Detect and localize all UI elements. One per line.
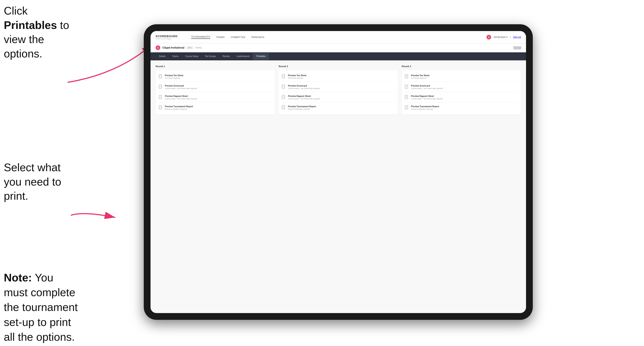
nav-teams[interactable]: TEAMS: [216, 36, 224, 38]
tab-details[interactable]: Details: [156, 53, 169, 60]
nav-committee[interactable]: COMMITTEE: [231, 36, 246, 38]
r1-raguzzi[interactable]: Preview Raguzzi Sheet Course setup + Tee…: [158, 93, 272, 102]
r2-tournament-report-text: Preview Tournament Report Round Completi…: [288, 105, 395, 111]
brand-name: SCOREBOARD: [156, 35, 178, 38]
r3-scorecard-text: Preview Scorecard Course setup + Tee She…: [411, 84, 518, 90]
round-2-title: Round 2: [279, 65, 398, 68]
tournament-name: Clippd Invitational: [162, 46, 184, 49]
instruction-middle: Select what you need to print.: [4, 161, 74, 203]
round-1-title: Round 1: [156, 65, 275, 68]
r2-tournament-report[interactable]: Preview Tournament Report Round Completi…: [282, 103, 395, 113]
r3-tournament-report[interactable]: Preview Tournament Report Round Completi…: [405, 103, 518, 113]
tournament-info: C Clippd Invitational Men Hosting: [156, 45, 202, 50]
round-1-items: Preview Tee Sheet Tee Sheet required: [156, 70, 275, 115]
document-icon: [405, 105, 409, 110]
sign-out-link[interactable]: Sign out: [513, 36, 521, 38]
r2-raguzzi-text: Preview Raguzzi Sheet Course setup + Tee…: [288, 95, 395, 100]
r3-raguzzi-text: Preview Raguzzi Sheet Course setup + Tee…: [411, 95, 518, 100]
r3-raguzzi[interactable]: Preview Raguzzi Sheet Course setup + Tee…: [405, 93, 518, 102]
nav-right: B blair@clippd.io | Sign out: [486, 35, 521, 39]
rounds-grid: Round 1: [156, 65, 521, 115]
nav-rankings[interactable]: RANKINGS: [252, 36, 264, 38]
brand-sub: Powered by clippd: [156, 38, 178, 40]
document-icon: [405, 85, 409, 89]
r3-tournament-report-text: Preview Tournament Report Round Completi…: [411, 105, 518, 111]
tab-results[interactable]: Results: [219, 53, 233, 60]
tab-printables[interactable]: Printables: [253, 53, 269, 60]
tablet-device: SCOREBOARD Powered by clippd TOURNAMENTS…: [144, 24, 533, 320]
instruction-top: Click Printables to view the options.: [4, 4, 74, 61]
r1-scorecard-text: Preview Scorecard Course setup + Tee She…: [165, 84, 272, 90]
document-icon: [158, 85, 163, 89]
round-3-title: Round 3: [402, 65, 521, 68]
r1-tee-sheet-text: Preview Tee Sheet Tee Sheet required: [165, 74, 272, 80]
document-icon: [282, 105, 286, 110]
user-avatar: B: [486, 35, 491, 39]
r1-scorecard[interactable]: Preview Scorecard Course setup + Tee She…: [158, 83, 272, 92]
tournament-status: Hosting: [195, 47, 202, 49]
round-2-col: Round 2: [279, 65, 398, 115]
round-3-col: Round 3: [402, 65, 521, 115]
document-icon: [282, 74, 286, 79]
sub-nav: Details Teams Course Setup Tee Groups Re…: [150, 52, 526, 60]
r3-tee-sheet-text: Preview Tee Sheet Tee Sheet required: [411, 74, 518, 80]
tournament-logo: C: [156, 45, 160, 50]
tab-teams[interactable]: Teams: [169, 53, 182, 60]
main-nav: TOURNAMENTS TEAMS COMMITTEE RANKINGS: [191, 35, 264, 39]
r2-tee-sheet-text: Preview Tee Sheet Tee Sheet required: [288, 74, 395, 80]
document-icon: [405, 95, 409, 100]
tab-tee-groups[interactable]: Tee Groups: [202, 53, 219, 60]
round-2-items: Preview Tee Sheet Tee Sheet required: [279, 70, 398, 115]
round-3-items: Preview Tee Sheet Tee Sheet required: [402, 70, 521, 115]
tournament-bar: C Clippd Invitational Men Hosting Cancel: [150, 43, 526, 52]
app-container: SCOREBOARD Powered by clippd TOURNAMENTS…: [150, 31, 526, 313]
instruction-bottom: Note: You must complete the tournament s…: [4, 270, 80, 344]
brand: SCOREBOARD Powered by clippd: [156, 35, 178, 40]
r1-raguzzi-text: Preview Raguzzi Sheet Course setup + Tee…: [165, 95, 272, 100]
r3-tee-sheet[interactable]: Preview Tee Sheet Tee Sheet required: [405, 72, 518, 82]
tab-course-setup[interactable]: Course Setup: [182, 53, 202, 60]
nav-tournaments[interactable]: TOURNAMENTS: [191, 35, 210, 39]
round-1-col: Round 1: [156, 65, 275, 115]
r1-tournament-report[interactable]: Preview Tournament Report Round Completi…: [158, 103, 272, 113]
r1-tournament-report-text: Preview Tournament Report Round Completi…: [165, 105, 272, 111]
document-icon: [158, 95, 163, 100]
document-icon: [405, 74, 409, 79]
arrow-middle: [66, 198, 126, 232]
r3-scorecard[interactable]: Preview Scorecard Course setup + Tee She…: [405, 83, 518, 92]
main-content: Round 1: [150, 60, 526, 313]
document-icon: [158, 74, 163, 79]
cancel-button[interactable]: Cancel: [514, 46, 521, 49]
document-icon: [158, 105, 163, 110]
r1-tee-sheet[interactable]: Preview Tee Sheet Tee Sheet required: [158, 72, 272, 82]
r2-tee-sheet[interactable]: Preview Tee Sheet Tee Sheet required: [282, 72, 395, 82]
r2-raguzzi[interactable]: Preview Raguzzi Sheet Course setup + Tee…: [282, 93, 395, 102]
r2-scorecard[interactable]: Preview Scorecard Course setup + Tee She…: [282, 83, 395, 92]
document-icon: [282, 85, 286, 89]
document-icon: [282, 95, 286, 100]
tablet-screen: SCOREBOARD Powered by clippd TOURNAMENTS…: [150, 31, 526, 313]
user-email: blair@clippd.io: [494, 36, 508, 38]
tournament-division: Men: [186, 46, 193, 49]
top-nav: SCOREBOARD Powered by clippd TOURNAMENTS…: [150, 31, 526, 43]
r2-scorecard-text: Preview Scorecard Course setup + Tee She…: [288, 84, 395, 90]
tab-leaderboards[interactable]: Leaderboards: [233, 53, 253, 60]
